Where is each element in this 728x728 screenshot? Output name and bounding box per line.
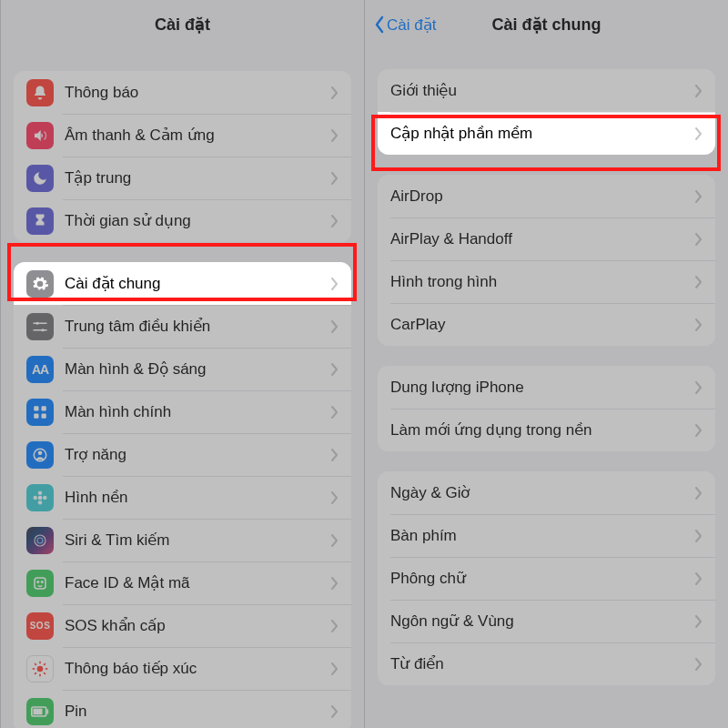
svg-point-14 [43, 495, 47, 500]
row-fonts[interactable]: Phông chữ [378, 557, 715, 600]
page-title: Cài đặt [155, 15, 210, 35]
general-group-3: Dung lượng iPhoneLàm mới ứng dụng trong … [378, 366, 715, 451]
chevron-right-icon [695, 424, 703, 437]
svg-line-25 [35, 663, 36, 665]
row-faceid[interactable]: Face ID & Mật mã [14, 561, 351, 604]
general-pane: Cài đặt Cài đặt chung Giới thiệuCập nhật… [364, 0, 728, 728]
row-label: AirDrop [390, 187, 690, 206]
row-background-refresh[interactable]: Làm mới ứng dụng trong nền [378, 409, 715, 451]
row-label: Thông báo [65, 84, 326, 102]
row-date-time[interactable]: Ngày & Giờ [378, 471, 715, 514]
row-label: Thông báo tiếp xúc [65, 659, 326, 678]
general-group-2: AirDropAirPlay & HandoffHình trong hìnhC… [378, 175, 715, 346]
chevron-right-icon [695, 127, 703, 140]
chevron-right-icon [331, 449, 339, 461]
row-pip[interactable]: Hình trong hình [378, 260, 715, 303]
svg-point-20 [37, 665, 44, 672]
row-storage[interactable]: Dung lượng iPhone [378, 366, 715, 409]
row-label: SOS khẩn cấp [65, 616, 326, 635]
chevron-right-icon [695, 233, 703, 246]
row-dictionary[interactable]: Từ điển [378, 642, 715, 685]
page-title: Cài đặt chung [492, 15, 602, 35]
row-home-screen[interactable]: Màn hình chính [14, 390, 351, 433]
row-label: Cập nhật phần mềm [390, 124, 690, 143]
row-software-update[interactable]: Cập nhật phần mềm [378, 112, 715, 155]
svg-line-27 [35, 672, 36, 674]
chevron-right-icon [695, 487, 703, 500]
row-battery[interactable]: Pin [14, 690, 351, 728]
svg-point-12 [38, 500, 43, 505]
row-control-center[interactable]: Trung tâm điều khiển [14, 305, 351, 348]
chevron-right-icon [695, 572, 703, 585]
row-label: Tập trung [65, 168, 326, 187]
svg-rect-31 [34, 708, 43, 714]
row-label: Màn hình chính [65, 403, 326, 421]
settings-group-1: Thông báoÂm thanh & Cảm ứngTập trungThời… [14, 71, 351, 242]
row-display[interactable]: AAMàn hình & Độ sáng [14, 348, 351, 390]
row-label: Màn hình & Độ sáng [65, 359, 326, 379]
svg-point-15 [35, 535, 46, 546]
settings-group-2: Cài đặt chungTrung tâm điều khiểnAAMàn h… [14, 262, 351, 728]
row-siri[interactable]: Siri & Tìm kiếm [14, 519, 351, 561]
svg-rect-17 [35, 578, 46, 589]
chevron-right-icon [331, 363, 339, 376]
row-label: Trợ năng [65, 445, 326, 464]
exposure-icon [26, 655, 54, 682]
battery-icon [26, 698, 54, 725]
chevron-right-icon [695, 85, 703, 97]
chevron-right-icon [695, 318, 703, 331]
row-about[interactable]: Giới thiệu [378, 69, 715, 112]
chevron-right-icon [695, 381, 703, 394]
svg-line-28 [44, 663, 46, 665]
chevron-right-icon [331, 491, 339, 504]
chevron-right-icon [695, 190, 703, 203]
row-accessibility[interactable]: Trợ năng [14, 433, 351, 476]
chevron-left-icon [374, 15, 385, 34]
screentime-icon [26, 207, 54, 235]
svg-rect-7 [42, 413, 46, 418]
row-label: Ngày & Giờ [390, 483, 690, 502]
row-language-region[interactable]: Ngôn ngữ & Vùng [378, 600, 715, 642]
row-airdrop[interactable]: AirDrop [378, 175, 715, 217]
home-screen-icon [26, 399, 54, 426]
control-center-icon [26, 313, 54, 340]
row-general[interactable]: Cài đặt chung [14, 262, 351, 305]
chevron-right-icon [331, 406, 339, 419]
svg-point-9 [38, 450, 43, 455]
svg-rect-30 [47, 709, 49, 713]
chevron-right-icon [331, 215, 339, 228]
row-screentime[interactable]: Thời gian sử dụng [14, 199, 351, 242]
general-group-4: Ngày & GiờBàn phímPhông chữNgôn ngữ & Vù… [378, 471, 715, 685]
chevron-right-icon [695, 530, 703, 542]
sounds-icon [26, 122, 54, 149]
row-label: Dung lượng iPhone [390, 378, 690, 397]
chevron-right-icon [331, 320, 339, 333]
chevron-right-icon [331, 577, 339, 590]
svg-point-10 [38, 495, 43, 500]
row-label: Pin [65, 703, 326, 721]
general-icon [26, 270, 54, 298]
row-carplay[interactable]: CarPlay [378, 303, 715, 346]
row-label: Bàn phím [390, 527, 690, 545]
row-sos[interactable]: SOSSOS khẩn cấp [14, 604, 351, 647]
row-label: CarPlay [390, 316, 690, 334]
row-keyboard[interactable]: Bàn phím [378, 514, 715, 557]
row-label: Giới thiệu [390, 81, 690, 100]
settings-pane: Cài đặt Thông báoÂm thanh & Cảm ứngTập t… [0, 0, 364, 728]
row-label: Thời gian sử dụng [65, 211, 326, 230]
accessibility-icon [26, 441, 54, 469]
row-wallpaper[interactable]: Hình nền [14, 476, 351, 519]
row-sounds[interactable]: Âm thanh & Cảm ứng [14, 114, 351, 157]
row-focus[interactable]: Tập trung [14, 157, 351, 199]
row-notifications[interactable]: Thông báo [14, 71, 351, 114]
row-airplay[interactable]: AirPlay & Handoff [378, 217, 715, 260]
chevron-right-icon [331, 129, 339, 142]
back-button[interactable]: Cài đặt [374, 15, 436, 35]
svg-point-16 [37, 538, 43, 543]
svg-point-13 [34, 495, 38, 500]
chevron-right-icon [331, 620, 339, 632]
row-exposure[interactable]: Thông báo tiếp xúc [14, 647, 351, 690]
row-label: Hình nền [65, 488, 326, 507]
faceid-icon [26, 570, 54, 597]
row-label: Trung tâm điều khiển [65, 317, 326, 336]
